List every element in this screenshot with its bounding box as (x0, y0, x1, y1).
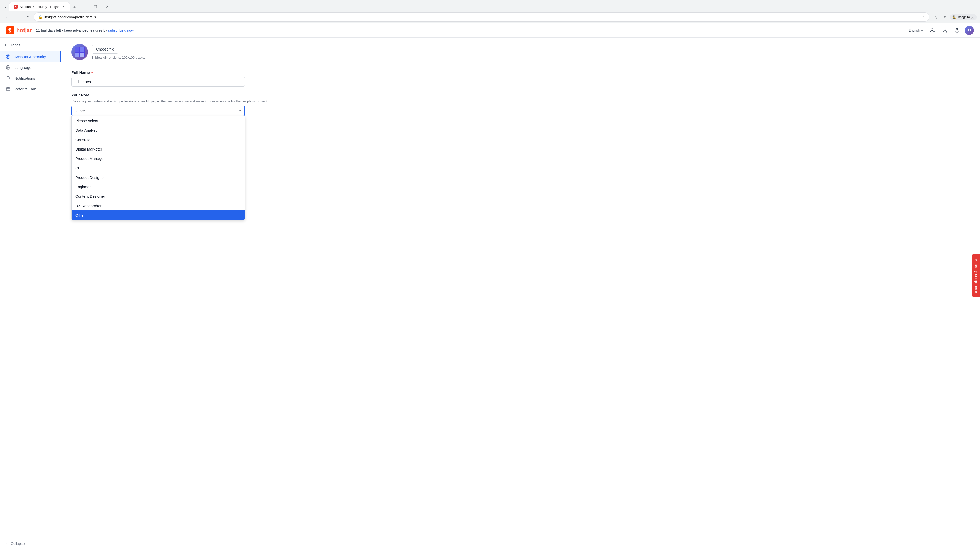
sidebar-item-language[interactable]: Language (0, 62, 61, 73)
collapse-button[interactable]: ← Collapse (0, 538, 61, 549)
dropdown-item-ux-researcher[interactable]: UX Researcher (72, 201, 245, 210)
full-name-label: Full Name * (72, 70, 970, 75)
svg-point-6 (957, 32, 957, 32)
address-bar: ← → ↻ 🔒 insights.hotjar.com/profile/deta… (0, 11, 980, 23)
back-button[interactable]: ← (3, 13, 11, 21)
tab-close-button[interactable]: ✕ (61, 4, 65, 9)
sidebar-item-label-language: Language (14, 65, 32, 70)
active-tab[interactable]: H Account & security - Hotjar ✕ (9, 2, 70, 11)
dropdown-item-data-analyst[interactable]: Data Analyst (72, 125, 245, 135)
svg-rect-15 (80, 48, 84, 52)
top-banner: hotjar 11 trial days left - keep advance… (0, 23, 980, 38)
your-role-section: Your Role Roles help us understand which… (72, 93, 970, 116)
bookmark-star-button[interactable]: ☆ (932, 13, 940, 21)
language-label: English (908, 28, 920, 32)
window-controls: — ☐ ✕ (78, 3, 113, 11)
tab-list-button[interactable]: ▾ (2, 4, 9, 11)
notifications-icon (5, 76, 11, 80)
url-text: insights.hotjar.com/profile/details (45, 15, 920, 19)
sidebar-item-notifications[interactable]: Notifications (0, 73, 61, 83)
svg-point-1 (931, 29, 933, 30)
tab-favicon: H (14, 5, 18, 9)
choose-file-button[interactable]: Choose file (92, 45, 118, 54)
lock-icon: 🔒 (38, 15, 42, 19)
incognito-badge[interactable]: 🕵 Incognito (2) (950, 14, 977, 20)
language-arrow: ▾ (921, 28, 923, 32)
role-dropdown-list: Please select Data Analyst Consultant Di… (72, 116, 245, 220)
role-selected-value: Other (76, 109, 85, 113)
help-button[interactable] (953, 26, 962, 35)
required-indicator: * (91, 70, 93, 75)
bookmark-icon[interactable]: ☆ (922, 15, 925, 19)
url-bar[interactable]: 🔒 insights.hotjar.com/profile/details ☆ (34, 13, 929, 22)
avatar-grid-icon (75, 47, 85, 57)
incognito-icon: 🕵 (953, 15, 956, 19)
account-icon (942, 28, 947, 33)
invite-icon (930, 28, 935, 33)
tab-bar: ▾ H Account & security - Hotjar ✕ + — ☐ … (0, 0, 980, 11)
refresh-button[interactable]: ↻ (24, 13, 32, 21)
account-button[interactable] (940, 26, 950, 35)
svg-rect-14 (75, 48, 79, 52)
dropdown-arrow-icon: ▾ (239, 109, 241, 113)
collapse-label: Collapse (11, 541, 24, 546)
refer-earn-icon (5, 86, 11, 91)
user-avatar-button[interactable]: EJ (965, 26, 974, 35)
dropdown-item-product-manager[interactable]: Product Manager (72, 154, 245, 163)
sidebar-item-refer-earn[interactable]: Refer & Earn (0, 83, 61, 94)
rate-experience-sidebar[interactable]: ★ Rate your experience (972, 254, 980, 297)
help-icon (955, 28, 959, 33)
sidebar-item-label-notifications: Notifications (14, 76, 35, 80)
page-content: Choose file ℹ Ideal dimensions: 100x100 … (61, 38, 980, 551)
svg-rect-16 (75, 52, 79, 57)
trial-text: 11 trial days left - keep advanced featu… (36, 28, 902, 32)
hotjar-logo-icon (6, 26, 14, 35)
svg-rect-17 (80, 52, 84, 57)
language-selector[interactable]: English ▾ (906, 27, 925, 33)
dropdown-item-product-designer[interactable]: Product Designer (72, 173, 245, 182)
forward-button[interactable]: → (13, 13, 21, 21)
dropdown-item-please-select[interactable]: Please select (72, 116, 245, 125)
dropdown-item-other[interactable]: Other (72, 210, 245, 220)
minimize-button[interactable]: — (78, 3, 90, 11)
dropdown-item-engineer[interactable]: Engineer (72, 182, 245, 192)
sidebar-item-account-security[interactable]: Account & security (0, 51, 61, 62)
language-icon (5, 65, 11, 70)
maximize-button[interactable]: ☐ (90, 3, 102, 11)
full-name-input[interactable] (72, 77, 245, 87)
account-security-icon (5, 54, 11, 59)
ideal-dimensions-info: ℹ Ideal dimensions: 100x100 pixels. (92, 56, 145, 59)
app-container: hotjar 11 trial days left - keep advance… (0, 23, 980, 551)
rate-star-icon: ★ (974, 258, 978, 262)
dropdown-item-consultant[interactable]: Consultant (72, 135, 245, 144)
svg-rect-12 (6, 88, 10, 90)
tab-bar-left: ▾ H Account & security - Hotjar ✕ + (2, 2, 78, 11)
logo-text: hotjar (16, 27, 32, 34)
rate-experience-label: Rate your experience (974, 264, 978, 293)
avatar-preview (72, 44, 88, 60)
profile-top: Choose file ℹ Ideal dimensions: 100x100 … (72, 38, 970, 64)
invite-users-button[interactable] (928, 26, 937, 35)
role-description: Roles help us understand which professio… (72, 99, 970, 103)
info-icon: ℹ (92, 56, 93, 59)
collapse-icon: ← (5, 541, 9, 546)
dropdown-item-ceo[interactable]: CEO (72, 163, 245, 173)
dropdown-item-digital-marketer[interactable]: Digital Marketer (72, 144, 245, 154)
avatar-image (72, 44, 88, 60)
role-dropdown-trigger[interactable]: Other ▾ (72, 106, 245, 116)
new-tab-button[interactable]: + (71, 4, 78, 11)
subscribe-link[interactable]: subscribing now (108, 28, 134, 32)
sidebar-item-label-account: Account & security (14, 55, 46, 59)
full-name-section: Full Name * (72, 70, 970, 87)
file-upload-area: Choose file ℹ Ideal dimensions: 100x100 … (92, 45, 145, 59)
sidebar: Eli Jones Account & security (0, 38, 61, 551)
hotjar-logo[interactable]: hotjar (6, 26, 32, 35)
browser-window: ▾ H Account & security - Hotjar ✕ + — ☐ … (0, 0, 980, 23)
main-content: Eli Jones Account & security (0, 38, 980, 551)
incognito-label: Incognito (2) (957, 15, 974, 19)
sidebar-user-name: Eli Jones (0, 41, 61, 51)
close-button[interactable]: ✕ (102, 3, 113, 11)
split-screen-button[interactable]: ⧉ (941, 13, 949, 21)
dropdown-item-content-designer[interactable]: Content Designer (72, 192, 245, 201)
header-actions: English ▾ (906, 26, 974, 35)
